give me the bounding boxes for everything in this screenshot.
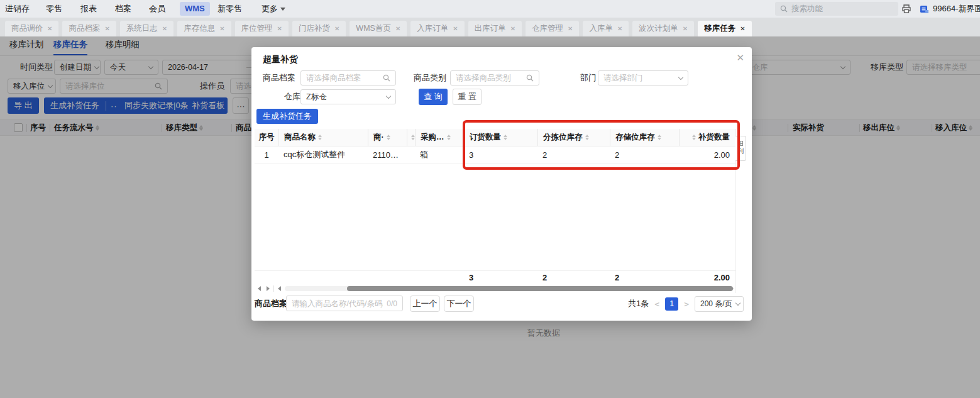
product-archive-label: 商品档案 [263,70,295,86]
sort-icon [387,135,390,140]
column-header-sortable[interactable]: 存储位库存 [610,129,679,146]
sort-icon [504,135,507,140]
close-icon[interactable]: ✕ [334,25,339,32]
chevron-down-icon [735,300,740,305]
table-row[interactable]: 1 cqc标仓测试整件 2110… 箱 3 2 2 2.00 [255,146,735,163]
workspace-tab[interactable]: 波次计划单✕ [632,21,694,36]
close-icon[interactable]: ✕ [740,25,745,32]
close-icon[interactable]: ✕ [277,25,282,32]
generate-replenish-task-button[interactable]: 生成补货任务 [256,109,318,124]
sort-icon [658,135,661,140]
close-icon[interactable]: ✕ [162,25,167,32]
product-category-label: 商品类别 [414,70,446,86]
product-category-input[interactable] [450,70,539,86]
department-select[interactable]: 请选择部门 [598,70,688,86]
page-number-button[interactable]: 1 [665,297,678,311]
nav-item[interactable]: 进销存 [5,0,30,18]
workspace-tab[interactable]: 商品调价✕ [5,21,58,36]
workspace-tab[interactable]: 入库单✕ [583,21,629,36]
column-header-sortable[interactable]: 采购… [415,129,464,146]
close-icon[interactable]: ✕ [395,25,400,32]
workspace-tab[interactable]: WMS首页✕ [350,21,407,36]
replenish-table: 序号 商品名称 商· 采购… 订货数量 分拣位库存 存储位库存 补货数量 1 c… [255,129,736,293]
table-header-row: 序号 商品名称 商· 采购… 订货数量 分拣位库存 存储位库存 补货数量 [255,129,735,146]
workspace-tab[interactable]: 商品档案✕ [62,21,116,36]
nav-item[interactable]: 会员 [149,0,165,18]
column-header-sortable[interactable] [407,129,415,146]
workspace-tab[interactable]: 仓库管理✕ [526,21,579,36]
scroll-left-icon[interactable] [276,286,283,291]
app-window: 进销存 零售 报表 档案 会员 WMS 新零售 更多 搜索功能 99664-新界… [0,0,980,398]
chevron-down-icon [678,74,683,79]
close-icon[interactable]: ✕ [568,25,573,32]
scrollbar-track[interactable] [285,286,727,291]
search-icon [780,5,788,13]
nav-item-wms-active[interactable]: WMS [180,2,210,16]
global-search-input[interactable]: 搜索功能 [775,2,898,16]
user-account-label[interactable]: 99664-新界面商 [933,0,980,18]
close-icon[interactable]: ✕ [683,25,688,32]
horizontal-scrollbar [255,284,735,293]
scroll-left-icon[interactable] [256,286,263,291]
workspace-tab[interactable]: 出库订单✕ [468,21,522,36]
column-header-sortable[interactable]: 补货数量 [679,129,736,146]
workspace-tab-active[interactable]: 移库任务✕ [698,21,751,36]
search-icon [383,74,390,82]
sort-icon [318,135,322,140]
workspace-tab[interactable]: 库存信息✕ [177,21,231,36]
product-archive-input[interactable] [300,70,396,86]
next-button[interactable]: 下一个 [444,296,474,312]
footer-product-label: 商品档案 [255,296,287,312]
column-header: 序号 [255,129,278,146]
over-replenish-modal: 超量补货 ✕ 商品档案 商品类别 部门 请选择部门 仓库 Z标仓 查 询 重 置… [251,47,752,321]
workspace-tabbar: 商品调价✕ 商品档案✕ 系统日志✕ 库存信息✕ 库位管理✕ 门店补货✕ WMS首… [0,18,980,36]
column-header-sortable[interactable]: 分拣位库存 [537,129,610,146]
workspace-tab[interactable]: 库位管理✕ [235,21,289,36]
warehouse-select[interactable]: Z标仓 [300,89,396,104]
close-icon[interactable]: ✕ [453,25,458,32]
column-header-sortable[interactable]: 商· [368,129,407,146]
close-icon[interactable]: ✕ [736,52,744,64]
chevron-down-icon [386,93,391,98]
reset-button[interactable]: 重 置 [453,89,482,105]
column-header-sortable[interactable]: 订货数量 [464,129,537,146]
column-settings-tab[interactable]: 列 [735,136,746,161]
workspace-tab[interactable]: 入库订单✕ [410,21,464,36]
search-icon [526,74,534,82]
workspace-tab[interactable]: 系统日志✕ [120,21,173,36]
nav-item[interactable]: 报表 [80,0,97,18]
close-icon[interactable]: ✕ [617,25,622,32]
scrollbar-thumb[interactable] [347,286,733,291]
grid-icon [738,141,743,146]
page-next-icon[interactable]: > [684,299,689,309]
warehouse-label: 仓库 [284,89,300,104]
nav-item[interactable]: 零售 [46,0,62,18]
page-size-select[interactable]: 200 条/页 [695,296,744,312]
total-count: 共1条 [628,298,649,309]
pagination: 共1条 < 1 > 200 条/页 [628,296,744,312]
top-nav: 进销存 零售 报表 档案 会员 WMS 新零售 更多 搜索功能 99664-新界… [0,0,980,18]
sort-icon [585,135,589,140]
nav-item[interactable]: 档案 [115,0,131,18]
department-label: 部门 [580,70,597,86]
close-icon[interactable]: ✕ [219,25,224,32]
company-icon[interactable] [920,4,929,14]
close-icon[interactable]: ✕ [104,25,109,32]
close-icon[interactable]: ✕ [47,25,52,32]
column-header-sortable[interactable]: 商品名称 [278,129,368,146]
page-prev-icon[interactable]: < [654,299,659,309]
input-counter: 0/0 [387,299,397,308]
scroll-right-icon[interactable] [265,286,272,291]
sort-icon [447,135,451,140]
sort-icon [692,135,696,140]
nav-item[interactable]: 新零售 [217,0,242,18]
printer-icon[interactable] [901,4,911,14]
workspace-tab[interactable]: 门店补货✕ [292,21,346,36]
nav-item-more[interactable]: 更多 [262,0,285,18]
prev-button[interactable]: 上一个 [410,296,440,312]
modal-title: 超量补货 [263,54,298,65]
query-button[interactable]: 查 询 [419,89,448,105]
footer-product-input[interactable]: 0/0 [286,296,403,311]
chevron-down-icon [280,8,285,11]
close-icon[interactable]: ✕ [510,25,515,32]
